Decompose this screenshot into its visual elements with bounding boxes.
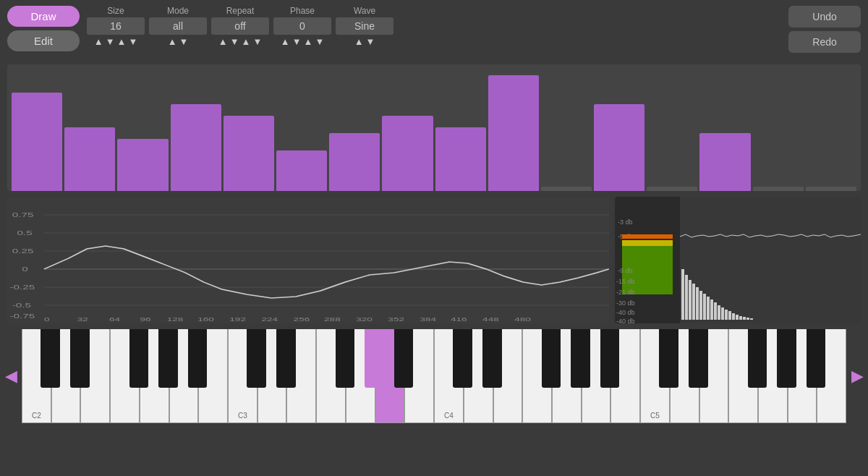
svg-rect-56	[728, 311, 731, 320]
black-key-1-5[interactable]	[394, 329, 413, 388]
size-up-2[interactable]: ▲	[117, 36, 127, 47]
draw-button[interactable]: Draw	[7, 6, 80, 27]
size-up-1[interactable]: ▲	[94, 36, 103, 47]
phase-label: Phase	[290, 6, 315, 16]
step-9[interactable]	[488, 69, 539, 191]
repeat-down-1[interactable]: ▼	[230, 36, 239, 47]
repeat-up-1[interactable]: ▲	[218, 36, 228, 47]
step-7[interactable]	[382, 69, 433, 191]
wave-param: Wave Sine ▲ ▼	[336, 6, 393, 47]
black-key-0-4[interactable]	[158, 329, 177, 388]
mode-label: Mode	[167, 6, 189, 16]
step-0[interactable]	[12, 69, 62, 191]
svg-text:416: 416	[451, 316, 467, 323]
svg-rect-49	[703, 294, 706, 320]
step-1[interactable]	[64, 69, 115, 191]
black-key-1-1[interactable]	[276, 329, 295, 388]
black-key-3-0[interactable]	[659, 329, 678, 388]
wave-down[interactable]: ▼	[366, 36, 375, 47]
svg-text:288: 288	[324, 316, 341, 323]
step-4[interactable]	[224, 69, 274, 191]
spectrum-wave-svg	[680, 197, 861, 323]
svg-rect-52	[714, 302, 717, 320]
black-key-1-3[interactable]	[336, 329, 354, 388]
step-sequencer[interactable]	[7, 64, 861, 191]
black-key-2-0[interactable]	[453, 329, 472, 388]
black-key-3-4[interactable]	[777, 329, 796, 388]
svg-text:192: 192	[229, 316, 246, 323]
black-key-3-3[interactable]	[748, 329, 767, 388]
spectrum-wave	[680, 197, 861, 323]
svg-text:128: 128	[167, 316, 184, 323]
piano-left-button[interactable]: ◀	[0, 329, 22, 423]
black-key-0-0[interactable]	[41, 329, 59, 388]
svg-rect-61	[746, 318, 749, 320]
size-arrows: ▲ ▼ ▲ ▼	[94, 36, 138, 47]
repeat-down-2[interactable]: ▼	[252, 36, 262, 47]
svg-rect-62	[750, 318, 753, 320]
black-key-0-1[interactable]	[70, 329, 89, 388]
svg-text:0.5: 0.5	[17, 229, 33, 237]
step-8[interactable]	[435, 69, 486, 191]
repeat-label: Repeat	[226, 6, 255, 16]
svg-rect-35	[622, 234, 673, 239]
size-down-2[interactable]: ▼	[128, 36, 137, 47]
svg-text:448: 448	[482, 316, 499, 323]
step-13[interactable]	[699, 69, 750, 191]
phase-up-1[interactable]: ▲	[281, 36, 290, 47]
wave-up[interactable]: ▲	[354, 36, 364, 47]
step-2[interactable]	[117, 69, 168, 191]
black-key-0-5[interactable]	[188, 329, 207, 388]
step-14[interactable]	[753, 69, 804, 191]
size-down-1[interactable]: ▼	[106, 36, 115, 47]
svg-rect-59	[739, 316, 742, 320]
svg-text:-0.25: -0.25	[9, 284, 35, 291]
phase-up-2[interactable]: ▲	[304, 36, 313, 47]
svg-rect-34	[622, 240, 673, 246]
repeat-arrows: ▲ ▼ ▲ ▼	[218, 36, 263, 47]
undo-button[interactable]: Undo	[788, 6, 861, 27]
redo-button[interactable]: Redo	[788, 31, 861, 53]
svg-text:-9 db: -9 db	[618, 267, 633, 274]
black-key-3-5[interactable]	[807, 329, 825, 388]
mode-down[interactable]: ▼	[179, 36, 189, 47]
black-key-1-0[interactable]	[247, 329, 265, 388]
black-key-0-3[interactable]	[129, 329, 148, 388]
black-key-2-5[interactable]	[600, 329, 619, 388]
black-key-1-4[interactable]	[365, 329, 383, 388]
step-15[interactable]	[806, 69, 856, 191]
step-5[interactable]	[276, 69, 327, 191]
svg-rect-45	[689, 280, 692, 320]
black-key-2-3[interactable]	[542, 329, 561, 388]
step-11[interactable]	[594, 69, 644, 191]
svg-text:-40 db: -40 db	[616, 309, 635, 316]
svg-text:-40 db: -40 db	[616, 318, 635, 323]
mode-up[interactable]: ▲	[168, 36, 177, 47]
step-3[interactable]	[171, 69, 221, 191]
svg-text:160: 160	[197, 316, 214, 323]
svg-text:0.25: 0.25	[12, 247, 34, 255]
step-10[interactable]	[541, 69, 592, 191]
piano-right-button[interactable]: ▶	[846, 329, 868, 423]
svg-text:32: 32	[77, 316, 88, 323]
edit-button[interactable]: Edit	[7, 30, 80, 51]
svg-text:-0.75: -0.75	[9, 313, 35, 320]
wave-label: Wave	[354, 6, 375, 16]
phase-down-2[interactable]: ▼	[315, 36, 324, 47]
step-6[interactable]	[329, 69, 380, 191]
octave-label-3: C5	[650, 412, 660, 420]
octave-label-1: C3	[238, 412, 247, 420]
black-key-2-1[interactable]	[482, 329, 501, 388]
black-key-2-4[interactable]	[571, 329, 590, 388]
mode-value: all	[149, 17, 207, 35]
piano-keyboard: C2C3C4C5	[22, 329, 846, 423]
repeat-up-2[interactable]: ▲	[242, 36, 251, 47]
octave-label-0: C2	[32, 412, 41, 420]
svg-text:-15 db: -15 db	[616, 278, 635, 285]
svg-rect-51	[710, 299, 713, 320]
black-key-3-1[interactable]	[689, 329, 707, 388]
step-12[interactable]	[647, 69, 697, 191]
svg-text:0.75: 0.75	[12, 211, 34, 218]
phase-down-1[interactable]: ▼	[292, 36, 302, 47]
mode-arrows: ▲ ▼	[168, 36, 189, 47]
